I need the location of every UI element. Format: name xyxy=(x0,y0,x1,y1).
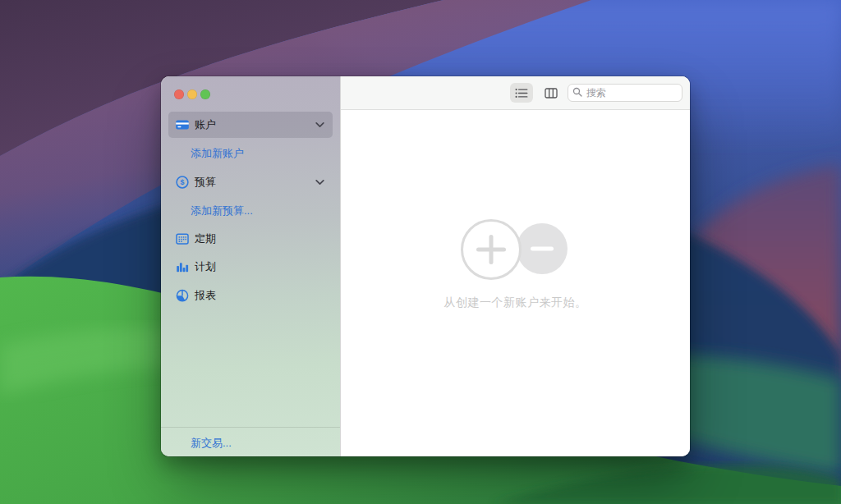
sidebar-link-label: 添加新账户 xyxy=(191,146,244,161)
sidebar-item-scheduled[interactable]: 定期 xyxy=(168,226,333,252)
empty-state-message: 从创建一个新账户来开始。 xyxy=(341,296,690,310)
sidebar-item-plans[interactable]: 计划 xyxy=(168,254,333,280)
pie-chart-icon xyxy=(175,288,190,303)
chevron-down-icon[interactable] xyxy=(315,179,324,186)
plus-circle-icon xyxy=(461,219,522,280)
list-view-button[interactable] xyxy=(510,83,533,103)
credit-card-icon xyxy=(175,117,190,132)
sidebar-action-add-account[interactable]: 添加新账户 xyxy=(168,140,333,167)
zoom-button[interactable] xyxy=(200,89,210,99)
svg-text:$: $ xyxy=(181,178,185,186)
calendar-icon xyxy=(175,231,190,246)
content-area: 从创建一个新账户来开始。 xyxy=(341,109,690,456)
bar-chart-icon xyxy=(175,259,190,274)
minus-circle-icon xyxy=(517,223,568,274)
sidebar-link-label: 新交易... xyxy=(191,436,232,451)
minimize-button[interactable] xyxy=(187,89,197,99)
chevron-down-icon[interactable] xyxy=(315,121,324,128)
main-pane: 从创建一个新账户来开始。 xyxy=(340,76,690,456)
column-view-icon xyxy=(545,88,558,99)
sidebar-link-label: 添加新预算... xyxy=(191,204,253,218)
search-field xyxy=(568,84,682,102)
sidebar-item-label: 定期 xyxy=(195,231,216,246)
app-window: 账户 添加新账户 $ 预算 xyxy=(161,76,690,456)
sidebar-footer-divider xyxy=(161,427,340,428)
sidebar-item-label: 账户 xyxy=(195,117,216,132)
column-view-button[interactable] xyxy=(540,83,563,103)
toolbar xyxy=(341,76,690,110)
sidebar-action-add-budget[interactable]: 添加新预算... xyxy=(168,198,333,224)
sidebar-item-budget[interactable]: $ 预算 xyxy=(168,169,333,195)
sidebar: 账户 添加新账户 $ 预算 xyxy=(161,76,340,456)
traffic-lights xyxy=(174,89,210,99)
sidebar-item-label: 报表 xyxy=(195,288,216,303)
dollar-circle-icon: $ xyxy=(175,175,190,190)
sidebar-item-reports[interactable]: 报表 xyxy=(168,282,333,309)
list-view-icon xyxy=(515,88,528,99)
sidebar-item-label: 预算 xyxy=(195,175,216,190)
sidebar-item-accounts[interactable]: 账户 xyxy=(168,112,333,138)
sidebar-item-label: 计划 xyxy=(195,259,216,274)
search-input[interactable] xyxy=(568,84,682,102)
close-button[interactable] xyxy=(174,89,184,99)
new-transaction-link[interactable]: 新交易... xyxy=(168,430,333,456)
